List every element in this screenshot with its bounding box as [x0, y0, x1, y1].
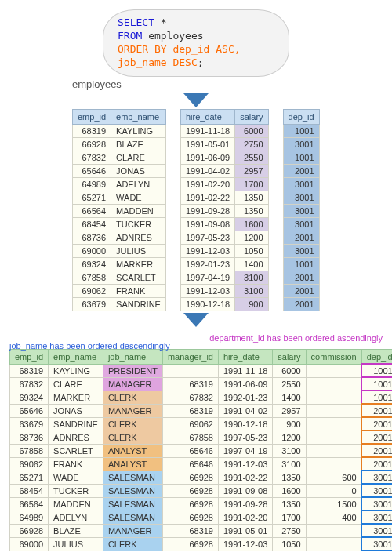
svg-marker-1: [183, 313, 209, 327]
table-row: 66564MADDEN1991-09-2813503001: [73, 204, 320, 217]
table-row: 68319KAYLINGPRESIDENT1991-11-1860001001: [10, 364, 393, 377]
table-row: 69062FRANKANALYST656461991-12-0331002001: [10, 457, 393, 471]
col-dep_id: dep_id: [361, 349, 392, 364]
svg-marker-0: [183, 93, 209, 107]
sql-statement: SELECT * FROM employees ORDER BY dep_id …: [103, 9, 289, 77]
table1-caption: employees: [72, 78, 383, 90]
table-row: 65271WADE1991-02-2213503001: [73, 191, 320, 204]
table-row: 66564MADDENSALESMAN669281991-09-28135015…: [10, 497, 393, 511]
table-row: 66928BLAZE1991-05-0127503001: [73, 137, 320, 151]
col-emp_id: emp_id: [73, 109, 111, 124]
col-dep_id: dep_id: [283, 109, 319, 124]
table-row: 69000JULIUS1991-12-0310503001: [73, 244, 320, 257]
table-row: 65271WADESALESMAN669281991-02-2213506003…: [10, 471, 393, 484]
col-job_name: job_name: [103, 349, 162, 364]
table-row: 69000JULIUSCLERK669281991-12-0310503001: [10, 537, 393, 551]
col-hire_date: hire_date: [218, 349, 272, 364]
table-row: 64989ADELYNSALESMAN669281991-02-20170040…: [10, 511, 393, 524]
note-dep-order: department_id has been ordered ascending…: [209, 333, 383, 343]
col-commission: commission: [306, 349, 361, 364]
col-emp_name: emp_name: [111, 109, 166, 124]
table-row: 69324MARKERCLERK678321992-01-2314001001: [10, 391, 393, 404]
table-row: 68319KAYLING1991-11-1860001001: [73, 124, 320, 137]
table-row: 64989ADELYN1991-02-2017003001: [73, 177, 320, 191]
table-row: 69062FRANK1991-12-0331002001: [73, 284, 320, 297]
table-row: 67858SCARLET1997-04-1931002001: [73, 271, 320, 284]
col-emp_id: emp_id: [10, 349, 49, 364]
col-salary: salary: [273, 349, 306, 364]
table-row: 68736ADNRES1997-05-2312002001: [73, 231, 320, 244]
table-row: 67858SCARLETANALYST656461997-04-19310020…: [10, 444, 393, 457]
table-row: 68454TUCKER1991-09-0816003001: [73, 217, 320, 231]
sql-from-tbl: employees: [142, 30, 203, 42]
table-row: 68736ADNRESCLERK678581997-05-2312002001: [10, 431, 393, 444]
table-row: 63679SANDRINE1990-12-189002001: [73, 297, 320, 311]
annotation-row: job_name has been ordered descendingly d…: [9, 332, 383, 349]
col-emp_name: emp_name: [49, 349, 103, 364]
note-job-order: job_name has been ordered descendingly: [9, 341, 170, 351]
table-row: 68454TUCKERSALESMAN669281991-09-08160003…: [10, 484, 393, 497]
arrow-down-icon: [9, 311, 383, 329]
sql-semicolon: ;: [198, 56, 204, 68]
employees-table: emp_idemp_namehire_datesalarydep_id 6831…: [72, 109, 320, 311]
table-row: 67832CLARE1991-06-0925501001: [73, 151, 320, 164]
col-manager_id: manager_id: [162, 349, 218, 364]
sql-order-cols2: job_name DESC: [118, 56, 198, 68]
table-row: 63679SANDRINECLERK690621990-12-189002001: [10, 417, 393, 431]
sql-order-cols: dep_id ASC,: [167, 43, 241, 55]
col-salary: salary: [235, 109, 268, 124]
sql-from: FROM: [118, 30, 142, 42]
result-table: emp_idemp_namejob_namemanager_idhire_dat…: [9, 349, 392, 551]
arrow-down-icon: [9, 92, 383, 109]
table-row: 67832CLAREMANAGER683191991-06-0925501001: [10, 377, 393, 391]
sql-star: *: [154, 16, 167, 28]
table-row: 69324MARKER1992-01-2314001001: [73, 257, 320, 271]
table-row: 65646JONASMANAGER683191991-04-0229572001: [10, 404, 393, 417]
col-hire_date: hire_date: [180, 109, 234, 124]
sql-order: ORDER BY: [118, 43, 167, 55]
table-row: 65646JONAS1991-04-0229572001: [73, 164, 320, 177]
table-row: 66928BLAZEMANAGER683191991-05-0127503001: [10, 524, 393, 537]
sql-select: SELECT: [118, 16, 154, 28]
